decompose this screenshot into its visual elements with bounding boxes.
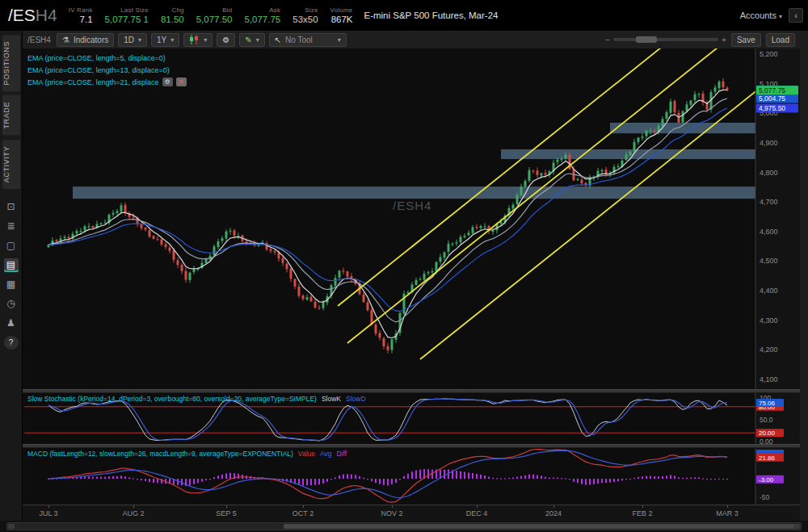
price-chart-panel[interactable]: EMA (price=CLOSE, length=5, displace=0) … xyxy=(23,48,800,389)
chart-settings-button[interactable]: ⚙ xyxy=(217,33,235,47)
ema5-legend: EMA (price=CLOSE, length=5, displace=0) xyxy=(27,52,187,64)
svg-text:-3.00: -3.00 xyxy=(759,476,774,484)
time-tick-label: 2024 xyxy=(545,509,562,517)
svg-text:75.06: 75.06 xyxy=(759,400,776,407)
ema21-legend: EMA (price=CLOSE, length=21, displace ⚙ … xyxy=(27,76,187,88)
trend-channel-line[interactable] xyxy=(338,48,665,306)
stat-label: IV Rank xyxy=(69,6,93,14)
study-remove-icon[interactable]: ✕ xyxy=(176,77,187,86)
time-tick-mark xyxy=(133,505,134,508)
price-tick-label: 4,900 xyxy=(760,139,778,147)
zoom-out-icon[interactable]: − xyxy=(605,36,610,44)
svg-text:5,077.75: 5,077.75 xyxy=(759,86,785,94)
study-legend: EMA (price=CLOSE, length=5, displace=0) … xyxy=(27,52,187,88)
stat-value: 5,077.50 xyxy=(196,15,233,24)
clock-icon[interactable]: ◷ xyxy=(4,297,19,311)
price-tick-label: 4,800 xyxy=(760,169,778,177)
price-tick-label: 5,200 xyxy=(760,50,778,58)
time-tick-mark xyxy=(642,505,643,508)
macd-tick-label: -50 xyxy=(760,493,770,501)
stat-label: Size xyxy=(305,6,318,14)
chevron-down-icon: ▾ xyxy=(256,36,259,44)
instrument-description: E-mini S&P 500 Futures, Mar-24 xyxy=(364,10,498,20)
zoom-in-icon[interactable]: + xyxy=(722,36,726,44)
zoom-slider-track[interactable] xyxy=(613,38,718,41)
stat-value: 53x50 xyxy=(292,15,318,24)
svg-text:21.86: 21.86 xyxy=(759,455,776,462)
active-tool-dropdown[interactable]: ↖ No Tool ▾ xyxy=(269,33,347,47)
stat-value: 5,077.75 xyxy=(244,15,280,24)
horizontal-scrollbar[interactable] xyxy=(0,521,808,532)
price-tick-label: 4,600 xyxy=(760,228,778,236)
price-tick-label: 4,400 xyxy=(760,287,778,295)
monitor-icon[interactable]: ⊡ xyxy=(4,200,19,214)
sidebar-icon-rail: ⊡≣▢▤▦◷♟? xyxy=(4,200,19,350)
chevron-down-icon: ▾ xyxy=(779,13,782,20)
scroll-left-button[interactable] xyxy=(8,524,15,529)
indicators-button[interactable]: ⚗ Indicators xyxy=(57,33,114,47)
chart-icon[interactable]: ▤ xyxy=(4,258,19,272)
macd-panel[interactable]: MACD (fastLength=12, slowLength=26, macd… xyxy=(23,448,800,505)
price-zone[interactable] xyxy=(501,149,755,159)
price-plot[interactable]: /ESH4 xyxy=(48,48,779,359)
quote-stat-volume: Volume867K xyxy=(330,6,353,24)
chevron-down-icon: ▾ xyxy=(170,36,174,44)
price-zone[interactable] xyxy=(73,186,755,199)
quote-stat-bid: Bid5,077.50 xyxy=(196,6,233,24)
trend-channel-line[interactable] xyxy=(420,73,778,359)
load-button[interactable]: Load xyxy=(766,33,795,47)
symbol-root: /ES xyxy=(8,6,36,24)
symbol-title: /ESH4 xyxy=(8,6,57,25)
quote-stat-chg: Chg81.50 xyxy=(161,6,184,24)
interval-dropdown[interactable]: 1D▾ xyxy=(118,33,147,47)
sidebar-tab-activity[interactable]: ACTIVITY xyxy=(2,140,20,189)
stochastic-panel[interactable]: Slow Stochastic (kPeriod=14, dPeriod=3, … xyxy=(23,393,800,444)
zoom-slider-thumb[interactable] xyxy=(636,36,657,43)
symbol-contract: H4 xyxy=(36,6,57,24)
scrollbar-track[interactable] xyxy=(6,522,802,530)
price-chart-canvas[interactable]: /ESH45,2005,1005,0004,9004,8004,7004,600… xyxy=(23,48,800,389)
chevron-down-icon: ▾ xyxy=(204,36,207,44)
scroll-right-button[interactable] xyxy=(793,524,800,529)
box-icon[interactable]: ▢ xyxy=(4,239,19,253)
help-icon[interactable]: ? xyxy=(4,336,19,350)
users-icon[interactable]: ♟ xyxy=(4,316,19,330)
price-tick-label: 4,100 xyxy=(760,375,778,383)
stat-value: 81.50 xyxy=(161,15,184,24)
drawing-tools-dropdown[interactable]: ✎ ▾ xyxy=(239,33,264,47)
time-tick-label: AUG 2 xyxy=(122,509,144,517)
gear-icon: ⚙ xyxy=(222,36,229,44)
stochastic-tick-label: 50.0 xyxy=(760,416,773,424)
study-settings-gear-icon[interactable]: ⚙ xyxy=(162,77,173,86)
scrollbar-thumb[interactable] xyxy=(284,524,797,529)
stat-value: 5,077.75 1 xyxy=(105,15,149,24)
time-zoom-slider[interactable]: − + xyxy=(605,36,726,44)
accounts-dropdown[interactable]: Accounts ▾ xyxy=(740,10,782,20)
stat-value: 7.1 xyxy=(80,15,93,24)
time-tick-mark xyxy=(303,505,304,508)
watchlist-icon[interactable]: ≣ xyxy=(4,220,19,233)
candlestick-chart-icon xyxy=(189,35,200,44)
save-button[interactable]: Save xyxy=(731,33,761,47)
range-dropdown[interactable]: 1Y▾ xyxy=(151,33,179,47)
collapse-panel-button[interactable]: ‹ xyxy=(789,8,803,23)
svg-text:5,004.75: 5,004.75 xyxy=(759,94,785,103)
trading-platform-window: /ESH4 IV Rank7.1Last Size5,077.75 1Chg81… xyxy=(0,0,808,532)
header-right: Accounts ▾ ‹ xyxy=(740,8,808,23)
stat-value: 867K xyxy=(331,15,353,24)
quote-stat-last-size: Last Size5,077.75 1 xyxy=(105,6,149,24)
sidebar-tab-trade[interactable]: TRADE xyxy=(2,95,20,136)
quote-header: /ESH4 IV Rank7.1Last Size5,077.75 1Chg81… xyxy=(0,0,808,31)
chart-watermark: /ESH4 xyxy=(393,199,431,212)
price-tick-label: 4,200 xyxy=(760,346,778,354)
chart-type-dropdown[interactable]: ▾ xyxy=(183,33,213,47)
sidebar-tab-positions[interactable]: POSITIONS xyxy=(2,35,20,91)
time-tick-mark xyxy=(477,505,478,508)
chevron-down-icon: ▾ xyxy=(138,36,141,44)
price-tick-label: 4,700 xyxy=(760,198,778,206)
grid-icon[interactable]: ▦ xyxy=(4,278,19,291)
candlesticks xyxy=(48,78,729,354)
time-tick-mark xyxy=(392,505,393,508)
price-zone[interactable] xyxy=(610,123,755,133)
svg-text:20.00: 20.00 xyxy=(759,429,776,437)
